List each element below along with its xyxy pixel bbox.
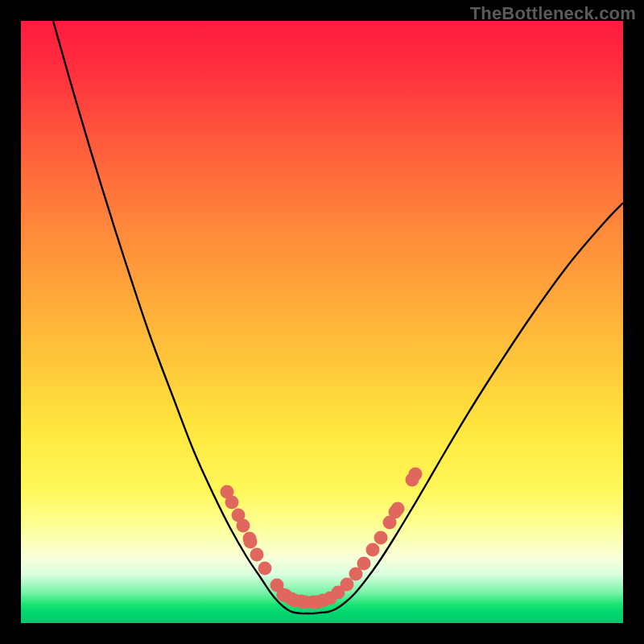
data-point (244, 535, 258, 549)
data-point (258, 562, 272, 576)
curve-right (320, 203, 623, 613)
data-point (366, 543, 380, 557)
chart-area (21, 21, 623, 623)
data-point (250, 548, 264, 562)
data-point (225, 496, 239, 510)
plot-svg (21, 21, 623, 623)
data-point (237, 519, 250, 533)
watermark-text: TheBottleneck.com (470, 3, 636, 24)
data-point (357, 557, 371, 571)
curve-left (53, 21, 320, 613)
data-point (374, 531, 388, 545)
data-point (391, 502, 405, 516)
data-point (341, 578, 354, 592)
data-point (409, 468, 423, 481)
marker-group (221, 468, 423, 609)
